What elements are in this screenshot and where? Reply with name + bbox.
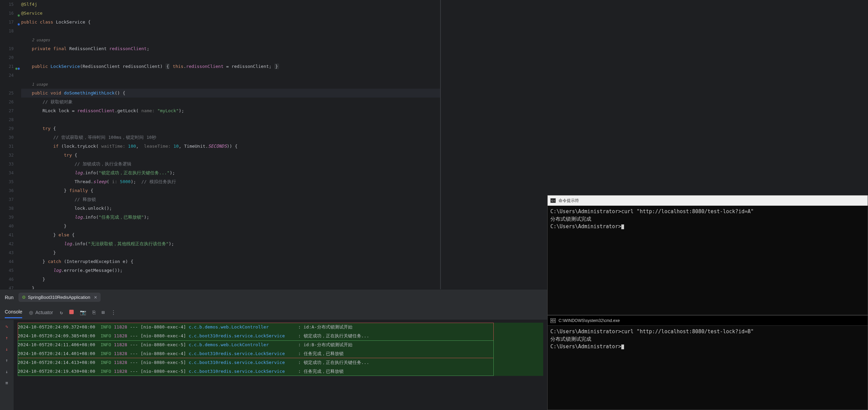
line-number: 44: [0, 257, 14, 266]
line-number: 20: [0, 53, 14, 62]
code-line[interactable]: public LockService(RedissonClient rediss…: [21, 62, 440, 71]
code-line[interactable]: public class LockService {: [21, 18, 440, 27]
code-line[interactable]: [21, 71, 440, 80]
cursor-icon: [621, 345, 624, 349]
code-area[interactable]: @Slf4j@Servicepublic class LockService {…: [16, 0, 440, 289]
cmd-titlebar-a[interactable]: C:\ 命令提示符: [548, 195, 868, 206]
code-line[interactable]: private final RedissonClient redissonCli…: [21, 44, 440, 53]
line-number: 26: [0, 98, 14, 106]
code-line[interactable]: 2 usages: [21, 35, 440, 44]
code-line[interactable]: // 获取锁对象: [21, 98, 440, 106]
actuator-tab[interactable]: ◎ Actuator: [29, 310, 53, 315]
code-line[interactable]: lock.unlock();: [21, 204, 440, 213]
console-tab[interactable]: Console: [5, 306, 22, 318]
next-icon[interactable]: ↓: [5, 347, 8, 352]
console-toolbar: Console ◎ Actuator ↻ 📷 ⎘ ⊞ ⋮: [0, 305, 547, 320]
target-icon: ◎: [29, 310, 33, 315]
cmd-body-a[interactable]: C:\Users\Administrator>curl "http://loca…: [548, 206, 868, 232]
run-config-name: SpringBoot310RedisApplication: [28, 295, 90, 300]
code-line[interactable]: @Slf4j: [21, 0, 440, 9]
line-number: 21 ◉◉: [0, 62, 14, 71]
code-line[interactable]: RLock lock = redissonClient.getLock( nam…: [21, 106, 440, 115]
code-line[interactable]: [21, 53, 440, 62]
code-line[interactable]: public void doSomethingWithLock() {: [21, 89, 440, 98]
line-number: 29: [0, 124, 14, 133]
code-line[interactable]: log.info("任务完成，已释放锁");: [21, 213, 440, 222]
line-number: 35: [0, 177, 14, 186]
code-line[interactable]: // 尝试获取锁，等待时间 100ms，锁定时间 10秒: [21, 133, 440, 142]
code-line[interactable]: [21, 115, 440, 124]
line-number: 42: [0, 239, 14, 248]
layout-icon[interactable]: ⊞: [102, 309, 105, 316]
prev-icon[interactable]: ↑: [5, 335, 8, 340]
more-icon[interactable]: ⋮: [111, 309, 116, 316]
line-number: 45: [0, 266, 14, 275]
code-line[interactable]: log.info("无法获取锁，其他线程正在执行该任务");: [21, 239, 440, 248]
cmd-body-b[interactable]: C:\Users\Administrator>curl "http://loca…: [548, 326, 868, 352]
line-number: 38: [0, 204, 14, 213]
code-line[interactable]: } catch (InterruptedException e) {: [21, 257, 440, 266]
cmd-title-b: C:\WINDOWS\system32\cmd.exe: [559, 318, 620, 323]
line-number: 24: [0, 71, 14, 80]
line-number: 15: [0, 0, 14, 9]
line-number: [0, 80, 14, 89]
code-line[interactable]: [21, 27, 440, 35]
cmd-icon: C:\: [550, 318, 556, 323]
line-number: 17 ◉: [0, 18, 14, 27]
code-line[interactable]: }: [21, 275, 440, 284]
code-line[interactable]: log.error(e.getMessage());: [21, 266, 440, 275]
console-output[interactable]: 2024-10-05T20:24:09.372+08:00 INFO 11828…: [14, 320, 547, 410]
code-line[interactable]: } else {: [21, 231, 440, 239]
green-selection-frame: [18, 340, 494, 376]
code-line[interactable]: try {: [21, 151, 440, 160]
line-number: 40: [0, 222, 14, 231]
edit-icon[interactable]: ✎: [5, 324, 8, 329]
code-line[interactable]: Thread.sleep( i: 5000); // 模拟任务执行: [21, 177, 440, 186]
close-icon[interactable]: ✕: [94, 295, 97, 300]
code-line[interactable]: log.info("锁定成功，正在执行关键任务...");: [21, 169, 440, 177]
line-number: 30: [0, 133, 14, 142]
code-line[interactable]: // 加锁成功，执行业务逻辑: [21, 160, 440, 169]
run-label: Run: [5, 295, 14, 300]
line-number: 34: [0, 169, 14, 177]
console-tool-icons: ↻ 📷 ⎘ ⊞ ⋮: [60, 309, 116, 316]
editor-right-ruler: [440, 0, 441, 289]
up-icon[interactable]: ↑: [5, 358, 8, 363]
line-number: 41: [0, 231, 14, 239]
line-number: 19: [0, 44, 14, 53]
cmd-window-a[interactable]: C:\ 命令提示符 C:\Users\Administrator>curl "h…: [547, 195, 868, 315]
line-number: 36: [0, 186, 14, 195]
line-gutter: 15 16 ◉17 ◉18 19 20 21 ◉◉24 25 26 27 28 …: [0, 0, 16, 289]
cursor-icon: [621, 224, 624, 229]
line-number: 18: [0, 27, 14, 35]
code-line[interactable]: try {: [21, 124, 440, 133]
line-number: 37: [0, 195, 14, 204]
line-number: 33: [0, 160, 14, 169]
cmd-window-b[interactable]: C:\ C:\WINDOWS\system32\cmd.exe C:\Users…: [547, 315, 868, 410]
code-line[interactable]: if (lock.tryLock( waitTime: 100, leaseTi…: [21, 142, 440, 151]
down-icon[interactable]: ↓: [5, 369, 8, 374]
line-number: 16 ◉: [0, 9, 14, 18]
line-number: 43: [0, 248, 14, 257]
camera-icon[interactable]: 📷: [80, 309, 86, 316]
line-number: 31: [0, 142, 14, 151]
cmd-titlebar-b[interactable]: C:\ C:\WINDOWS\system32\cmd.exe: [548, 316, 868, 326]
code-line[interactable]: // 释放锁: [21, 195, 440, 204]
run-config-tab[interactable]: ⚙ SpringBoot310RedisApplication ✕: [18, 293, 101, 302]
spring-icon: ⚙: [22, 295, 26, 300]
code-line[interactable]: @Service: [21, 9, 440, 18]
line-number: 25: [0, 89, 14, 98]
export-icon[interactable]: ⎘: [92, 309, 96, 316]
stop-icon[interactable]: [69, 309, 74, 316]
code-editor[interactable]: 15 16 ◉17 ◉18 19 20 21 ◉◉24 25 26 27 28 …: [0, 0, 440, 289]
code-line[interactable]: }: [21, 222, 440, 231]
code-line[interactable]: 1 usage: [21, 80, 440, 89]
line-number: 28: [0, 115, 14, 124]
rerun-icon[interactable]: ↻: [60, 309, 63, 316]
soft-wrap-icon[interactable]: ≡: [5, 380, 8, 385]
console-left-toolstrip: ✎ ↑ ↓ ↑ ↓ ≡: [0, 320, 14, 410]
line-number: 39: [0, 213, 14, 222]
code-line[interactable]: } finally {: [21, 186, 440, 195]
code-line[interactable]: }: [21, 248, 440, 257]
cmd-title-a: 命令提示符: [559, 198, 579, 204]
